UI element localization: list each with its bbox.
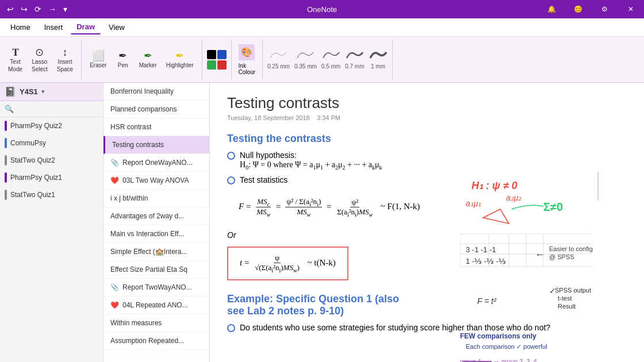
- each-comparison-label: Each comparison ✓ powerful: [466, 343, 547, 350]
- page-date: Tuesday, 18 September 2018 3:34 PM: [227, 114, 627, 121]
- page-title: Testing contrasts: [227, 94, 627, 112]
- menu-draw[interactable]: Draw: [71, 20, 101, 34]
- pen-size-1[interactable]: 1 mm: [369, 49, 388, 70]
- easier-config-label: Easier to config: [549, 245, 593, 252]
- highlighter-icon: ✒: [175, 51, 184, 61]
- page-list: Bonferroni Inequality Planned comparison…: [103, 83, 210, 362]
- page-item-03l-twoway[interactable]: ❤️ 03L Two Way ANOVA: [103, 172, 209, 190]
- formula-main: F = MScMSw = ψ² / Σ(ai²ni) MSw = ψ² Σ(ai…: [239, 202, 420, 211]
- eraser-button[interactable]: ⬜ Eraser: [86, 48, 110, 71]
- marker-icon: ✒: [144, 51, 152, 61]
- text-mode-icon: 𝐓: [12, 47, 19, 57]
- sidebar-item-commupsy[interactable]: CommuPsy: [0, 134, 103, 152]
- sidebar-item-label: StatTwo Quiz2: [10, 156, 55, 164]
- dropdown-button[interactable]: ▾: [61, 3, 70, 15]
- settings-icon[interactable]: ⚙: [591, 0, 618, 18]
- page-emoji: ❤️: [110, 301, 119, 309]
- f-eq-t2: F = t²: [477, 296, 497, 306]
- left-arrow: ←: [535, 249, 545, 260]
- pen-icon: ✒: [118, 51, 127, 61]
- pen-size-025[interactable]: 0.25 mm: [267, 49, 290, 70]
- page-item-assumption-repeated[interactable]: Assumption Repeated...: [103, 332, 209, 350]
- section-color-bar: [5, 138, 7, 148]
- page-emoji: ❤️: [110, 176, 119, 184]
- sync-button[interactable]: ⟳: [32, 3, 44, 15]
- bullet-circle: [227, 176, 235, 184]
- color-group: [207, 39, 232, 80]
- close-button[interactable]: ✕: [618, 0, 644, 18]
- lasso-select-button[interactable]: ⊙ Lasso Select: [28, 45, 51, 75]
- insert-space-button[interactable]: ↕ Insert Space: [53, 45, 76, 75]
- notification-icon[interactable]: 🔔: [538, 0, 565, 18]
- highlighter-button[interactable]: ✒ Highlighter: [163, 48, 197, 71]
- main-area: 📓 Y4S1 ▾ 🔍 PharmPsy Quiz2 CommuPsy StatT…: [0, 83, 644, 362]
- page-item-within-measures[interactable]: Within measures: [103, 314, 209, 332]
- spss-output-label: SPSS output: [555, 287, 591, 294]
- color-blue[interactable]: [217, 50, 227, 59]
- page-item-effect-size[interactable]: Effect Size Partial Eta Sq: [103, 261, 209, 279]
- page-label: HSR contrast: [110, 123, 151, 131]
- undo-button[interactable]: ↩: [5, 3, 16, 15]
- sidebar-item-stattwo-quiz2[interactable]: StatTwo Quiz2: [0, 152, 103, 169]
- menu-insert[interactable]: Insert: [39, 21, 69, 34]
- sidebar-item-label: PharmPsy Quiz1: [10, 174, 62, 182]
- color-swatches[interactable]: [207, 50, 227, 70]
- redo-button[interactable]: ↪: [18, 3, 30, 15]
- page-item-advantages[interactable]: Advantages of 2way d...: [103, 207, 209, 225]
- page-item-planned-comparisons[interactable]: Planned comparisons: [103, 101, 209, 118]
- ink-colour-icon: 🎨: [239, 44, 255, 60]
- sidebar-item-pharmpsy-quiz2[interactable]: PharmPsy Quiz2: [0, 117, 103, 134]
- pen-size-05[interactable]: 0.5 mm: [321, 49, 340, 70]
- lasso-icon: ⊙: [35, 47, 44, 57]
- window-left-controls[interactable]: ↩ ↪ ⟳ → ▾: [5, 3, 70, 15]
- pen-size-035[interactable]: 0.35 mm: [294, 49, 317, 70]
- notebook-dropdown[interactable]: ▾: [41, 88, 45, 95]
- formula-t: t = ψ √(Σ(ai²ni)MSw) ~ t(N-k): [240, 258, 336, 267]
- page-label: Bonferroni Inequality: [110, 87, 174, 95]
- menu-home[interactable]: Home: [5, 21, 36, 34]
- page-item-testing-contrasts[interactable]: Testing contrasts: [103, 136, 209, 154]
- title-bar: ↩ ↪ ⟳ → ▾ OneNote 🔔 😊 ⚙ ✕: [0, 0, 644, 18]
- t-test-label: t-test: [558, 295, 572, 302]
- page-label: 04L Repeated ANO...: [122, 301, 188, 309]
- ribbon: 𝐓 Text Mode ⊙ Lasso Select ↕ Insert Spac…: [0, 37, 644, 83]
- sidebar-item-stattwo-quiz1[interactable]: StatTwo Quiz1: [0, 186, 103, 203]
- color-red[interactable]: [217, 60, 227, 70]
- user-icon[interactable]: 😊: [565, 0, 591, 18]
- page-item-simple-effect[interactable]: Simple Effect (🏫Intera...: [103, 243, 209, 261]
- page-item-hsr[interactable]: HSR contrast: [103, 118, 209, 136]
- section-color-bar: [5, 155, 7, 165]
- window-controls[interactable]: 🔔 😊 ⚙ ✕: [538, 0, 644, 18]
- page-label: Report TwoWayANO...: [122, 283, 192, 291]
- page-item-report-oneway[interactable]: 📎 Report OneWayANO...: [103, 154, 209, 172]
- page-emoji: 📎: [110, 283, 119, 291]
- handwriting-svg: H₁ : ψ ≠ 0 a₁μ₁ a₂μ₂ Σ≠0 3 -1 -1 -1 1 -⅓…: [460, 172, 638, 362]
- color-black[interactable]: [207, 50, 216, 59]
- page-label: i x j bt/within: [110, 194, 148, 202]
- section-color-bar: [5, 121, 7, 131]
- sidebar-item-label: CommuPsy: [10, 139, 46, 147]
- sidebar-search-area: 🔍: [0, 101, 103, 117]
- page-item-04l-repeated[interactable]: ❤️ 04L Repeated ANO...: [103, 296, 209, 314]
- page-item-report-twoway[interactable]: 📎 Report TwoWayANO...: [103, 279, 209, 296]
- forward-button[interactable]: →: [46, 3, 59, 15]
- menu-view[interactable]: View: [103, 21, 131, 34]
- page-item-main-vs-interaction[interactable]: Main vs Interaction Eff...: [103, 225, 209, 243]
- page-item-ixj[interactable]: i x j bt/within: [103, 190, 209, 207]
- text-mode-button[interactable]: 𝐓 Text Mode: [5, 45, 26, 75]
- null-hypothesis-formula: H0: Ψ = 0 where Ψ = a1μ1 + a2μ2 + ··· + …: [240, 160, 382, 169]
- a1mu1-label: a₁μ₁: [466, 199, 481, 208]
- pen-size-07[interactable]: 0.7 mm: [345, 49, 364, 70]
- sidebar-item-pharmpsy-quiz1[interactable]: PharmPsy Quiz1: [0, 169, 103, 186]
- pen-button[interactable]: ✒ Pen: [113, 48, 133, 71]
- insert-space-icon: ↕: [62, 47, 67, 57]
- marker-button[interactable]: ✒ Marker: [136, 48, 160, 71]
- pen-sizes-list: 0.25 mm 0.35 mm 0.5 mm 0.7 mm 1 mm: [267, 49, 388, 70]
- test-stats-label: Test statistics: [240, 175, 288, 184]
- group-arrow-label: ↔ group 2, 3, 4: [493, 358, 537, 362]
- color-green[interactable]: [207, 60, 216, 70]
- h1-label: H₁ : ψ ≠ 0: [471, 180, 518, 191]
- page-item-bonferroni[interactable]: Bonferroni Inequality: [103, 83, 209, 101]
- ink-colour-button[interactable]: 🎨 InkColour: [236, 42, 258, 78]
- few-comparisons-label: FEW comparisons only: [460, 332, 536, 340]
